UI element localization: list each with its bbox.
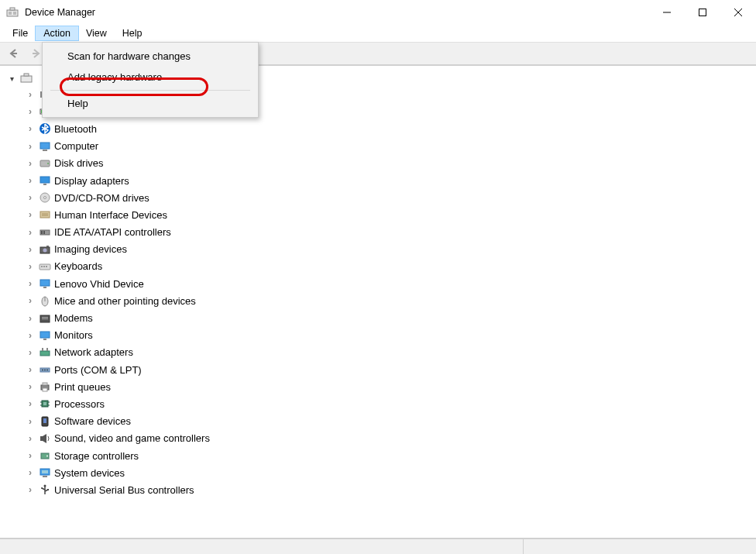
- tree-item[interactable]: Storage controllers: [25, 447, 750, 464]
- caret-icon[interactable]: [25, 398, 36, 409]
- menu-view[interactable]: View: [78, 26, 115, 40]
- caret-icon[interactable]: [25, 89, 36, 100]
- tree-item[interactable]: Software devices: [25, 413, 750, 430]
- keyboard-icon: [39, 260, 51, 273]
- app-icon: [6, 6, 19, 19]
- svg-rect-70: [42, 470, 48, 473]
- network-icon: [39, 346, 51, 359]
- caret-icon[interactable]: [25, 261, 36, 272]
- tree-item[interactable]: Processors: [25, 395, 750, 412]
- caret-icon[interactable]: [6, 74, 17, 83]
- minimize-button[interactable]: [649, 0, 685, 25]
- tree-item-label: DVD/CD-ROM drives: [54, 192, 149, 204]
- svg-point-73: [41, 487, 43, 489]
- processor-icon: [39, 397, 51, 410]
- caret-icon[interactable]: [25, 123, 36, 134]
- tree-item[interactable]: Keyboards: [25, 258, 750, 275]
- hid-icon: [39, 208, 51, 221]
- caret-icon[interactable]: [25, 244, 36, 255]
- tree-item[interactable]: Universal Serial Bus controllers: [25, 481, 750, 498]
- caret-icon[interactable]: [25, 192, 36, 203]
- caret-icon[interactable]: [25, 467, 36, 478]
- tree-item[interactable]: Human Interface Devices: [25, 206, 750, 223]
- maximize-button[interactable]: [685, 0, 720, 25]
- action-dropdown: Scan for hardware changes Add legacy har…: [42, 42, 259, 118]
- menu-action[interactable]: Action: [36, 26, 78, 40]
- tree-item[interactable]: Imaging devices: [25, 241, 750, 258]
- caret-icon[interactable]: [25, 330, 36, 341]
- svg-rect-36: [43, 266, 45, 267]
- tree-item[interactable]: Lenovo Vhid Device: [25, 275, 750, 292]
- tree-item[interactable]: Bluetooth: [25, 120, 750, 137]
- svg-rect-18: [43, 150, 47, 151]
- svg-rect-55: [43, 383, 47, 385]
- caret-icon[interactable]: [25, 175, 36, 186]
- tree-item[interactable]: Monitors: [25, 327, 750, 344]
- caret-icon[interactable]: [25, 433, 36, 444]
- tree-item[interactable]: IDE ATA/ATAPI controllers: [25, 224, 750, 241]
- caret-icon[interactable]: [25, 106, 36, 117]
- svg-rect-48: [42, 348, 43, 351]
- menu-scan-hardware[interactable]: Scan for hardware changes: [44, 46, 256, 67]
- tree-item[interactable]: Print queues: [25, 378, 750, 395]
- svg-rect-10: [21, 76, 32, 82]
- svg-rect-69: [43, 476, 47, 477]
- svg-rect-33: [46, 246, 49, 247]
- tree-item[interactable]: Display adapters: [25, 172, 750, 189]
- svg-rect-74: [47, 489, 49, 490]
- tree-item[interactable]: Disk drives: [25, 155, 750, 172]
- menu-help-item[interactable]: Help: [44, 93, 256, 114]
- caret-icon[interactable]: [25, 364, 36, 375]
- caret-icon[interactable]: [25, 295, 36, 306]
- tree-item-label: Human Interface Devices: [54, 209, 167, 221]
- ide-icon: [39, 226, 51, 239]
- svg-rect-25: [40, 212, 50, 218]
- svg-point-72: [44, 485, 46, 487]
- svg-point-24: [44, 197, 46, 199]
- svg-rect-38: [40, 280, 50, 286]
- tree-item[interactable]: Mice and other pointing devices: [25, 292, 750, 309]
- caret-icon[interactable]: [25, 381, 36, 392]
- back-button[interactable]: [5, 44, 23, 63]
- tree-item[interactable]: Ports (COM & LPT): [25, 361, 750, 378]
- software-icon: [39, 415, 51, 428]
- tree-item-label: Ports (COM & LPT): [54, 364, 142, 376]
- caret-icon[interactable]: [25, 209, 36, 220]
- caret-icon[interactable]: [25, 158, 36, 169]
- svg-rect-35: [41, 266, 43, 267]
- svg-rect-17: [40, 143, 50, 149]
- tree-item[interactable]: Computer: [25, 138, 750, 155]
- tree-item-label: Software devices: [54, 415, 131, 427]
- tree-item[interactable]: DVD/CD-ROM drives: [25, 189, 750, 206]
- computer-root-icon: [20, 72, 33, 84]
- svg-rect-47: [40, 351, 50, 356]
- svg-rect-39: [43, 287, 46, 288]
- caret-icon[interactable]: [25, 416, 36, 427]
- caret-icon[interactable]: [25, 484, 36, 495]
- tree-item[interactable]: Modems: [25, 309, 750, 326]
- svg-rect-22: [43, 184, 46, 185]
- tree-item[interactable]: Sound, video and game controllers: [25, 430, 750, 447]
- computer-icon: [39, 140, 51, 153]
- svg-rect-9: [33, 53, 39, 54]
- tree-item-label: Mice and other pointing devices: [54, 295, 196, 307]
- printer-icon: [39, 380, 51, 393]
- close-button[interactable]: [720, 0, 756, 25]
- tree-item-label: IDE ATA/ATAPI controllers: [54, 226, 171, 238]
- caret-icon[interactable]: [25, 227, 36, 238]
- caret-icon[interactable]: [25, 313, 36, 324]
- caret-icon[interactable]: [25, 278, 36, 289]
- tree-item[interactable]: System devices: [25, 464, 750, 481]
- caret-icon[interactable]: [25, 347, 36, 358]
- menu-add-legacy[interactable]: Add legacy hardware: [44, 67, 256, 88]
- menu-help[interactable]: Help: [115, 26, 150, 40]
- svg-rect-45: [40, 332, 50, 338]
- modem-icon: [39, 312, 51, 325]
- statusbar: [0, 539, 756, 554]
- tree-item[interactable]: Network adapters: [25, 344, 750, 361]
- disk-icon: [39, 157, 51, 170]
- menu-file[interactable]: File: [5, 26, 36, 40]
- svg-rect-5: [699, 9, 706, 15]
- caret-icon[interactable]: [25, 450, 36, 461]
- caret-icon[interactable]: [25, 141, 36, 152]
